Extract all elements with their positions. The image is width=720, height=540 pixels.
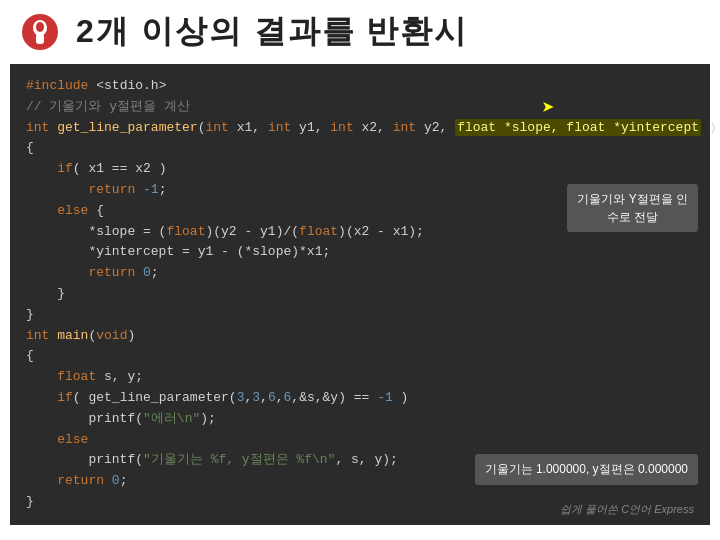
arrow-indicator: ➤ bbox=[542, 92, 555, 127]
code-line-5: if( x1 == x2 ) bbox=[26, 159, 694, 180]
code-area: #include <stdio.h> // 기울기와 y절편을 계산 int g… bbox=[10, 64, 710, 525]
logo-icon bbox=[20, 12, 60, 52]
page-title: 2개 이상의 결과를 반환시 bbox=[76, 10, 468, 54]
result-output-box: 기울기는 1.000000, y절편은 0.000000 bbox=[475, 454, 698, 485]
code-line-1: #include <stdio.h> bbox=[26, 76, 694, 97]
code-line-14: { bbox=[26, 346, 694, 367]
code-line-9: *yintercept = y1 - (*slope)*x1; bbox=[26, 242, 694, 263]
param-annotation-text: 기울기와 Y절편을 인 수로 전달 bbox=[577, 192, 688, 224]
code-line-17: printf("에러\n"); bbox=[26, 409, 694, 430]
code-line-10: return 0; bbox=[26, 263, 694, 284]
svg-point-2 bbox=[36, 22, 44, 32]
code-line-16: if( get_line_parameter(3,3,6,6,&s,&y) ==… bbox=[26, 388, 694, 409]
code-line-3: int get_line_parameter(int x1, int y1, i… bbox=[26, 118, 694, 139]
code-line-4: { bbox=[26, 138, 694, 159]
header: 2개 이상의 결과를 반환시 bbox=[0, 0, 720, 64]
footer-text: 쉽게 풀어쓴 C언어 Express bbox=[560, 501, 694, 519]
param-annotation-box: 기울기와 Y절편을 인 수로 전달 bbox=[567, 184, 698, 232]
code-line-12: } bbox=[26, 305, 694, 326]
code-line-13: int main(void) bbox=[26, 326, 694, 347]
code-line-18: else bbox=[26, 430, 694, 451]
result-output-text: 기울기는 1.000000, y절편은 0.000000 bbox=[485, 462, 688, 476]
svg-rect-3 bbox=[36, 34, 44, 44]
code-line-15: float s, y; bbox=[26, 367, 694, 388]
code-line-11: } bbox=[26, 284, 694, 305]
code-line-2: // 기울기와 y절편을 계산 bbox=[26, 97, 694, 118]
